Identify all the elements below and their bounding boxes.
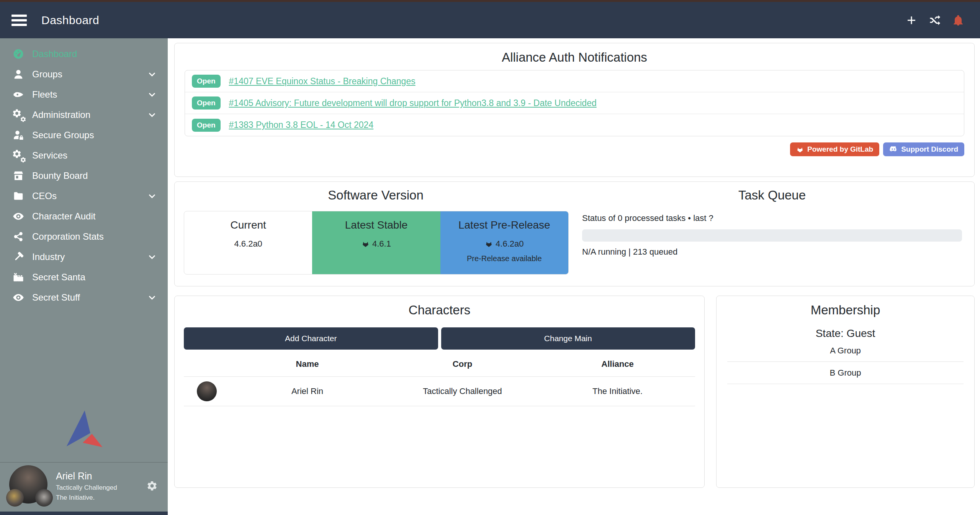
- software-version-title: Software Version: [175, 188, 577, 203]
- table-row: Ariel Rin Tactically Challenged The Init…: [184, 376, 695, 406]
- gear-icon[interactable]: [146, 480, 158, 492]
- notification-link[interactable]: #1407 EVE Equinox Status - Breaking Chan…: [229, 76, 416, 87]
- sidebar-item-character-audit[interactable]: Character Audit: [0, 206, 168, 226]
- sidebar-item-label: Administration: [32, 110, 90, 120]
- powered-by-gitlab-badge[interactable]: Powered by GitLab: [790, 142, 879, 156]
- sidebar-bottom-strip: [0, 512, 168, 515]
- sidebar-item-secret-stuff[interactable]: Secret Stuff: [0, 287, 168, 307]
- avatar: [9, 465, 47, 507]
- sidebar-item-ceos[interactable]: CEOs: [0, 186, 168, 206]
- version-boxes: Current 4.6.2a0 Latest Stable 4.6.1 Late…: [184, 211, 569, 275]
- chevron-down-icon: [147, 293, 157, 302]
- sidebar-nav: Dashboard Groups Fleets: [0, 38, 168, 307]
- shuffle-icon[interactable]: [929, 15, 941, 26]
- user-name: Ariel Rin: [56, 471, 117, 482]
- sidebar: Dashboard Groups Fleets: [0, 38, 168, 515]
- notification-row: Open #1383 Python 3.8 EOL - 14 Oct 2024: [185, 114, 964, 136]
- hamburger-icon[interactable]: [11, 15, 28, 26]
- character-avatar: [197, 381, 217, 401]
- software-version-section: Software Version Current 4.6.2a0 Latest …: [175, 188, 577, 286]
- bell-icon[interactable]: [952, 14, 964, 26]
- membership-state: State: Guest: [726, 327, 965, 340]
- chevron-down-icon: [147, 191, 157, 201]
- chevron-down-icon: [147, 110, 157, 120]
- plus-icon[interactable]: [906, 15, 917, 26]
- version-current: Current 4.6.2a0: [184, 211, 312, 274]
- characters-title: Characters: [184, 303, 695, 317]
- page-title: Dashboard: [41, 14, 99, 27]
- notifications-footer: Powered by GitLab Support Discord: [185, 142, 964, 156]
- store-icon: [11, 170, 26, 181]
- characters-card: Characters Add Character Change Main Nam…: [174, 296, 705, 488]
- gitlab-icon: [796, 146, 804, 153]
- sidebar-item-label: Services: [32, 150, 67, 161]
- version-label: Latest Pre-Release: [440, 219, 568, 231]
- notifications-title: Alliance Auth Notifications: [185, 50, 964, 65]
- sidebar-item-groups[interactable]: Groups: [0, 64, 168, 84]
- notification-row: Open #1407 EVE Equinox Status - Breaking…: [185, 70, 964, 92]
- status-badge: Open: [192, 75, 221, 88]
- sidebar-item-administration[interactable]: Administration: [0, 105, 168, 125]
- sidebar-item-fleets[interactable]: Fleets: [0, 84, 168, 105]
- task-queue-summary: N/A running | 213 queued: [582, 247, 962, 257]
- alliance-logo-badge: [35, 489, 53, 507]
- chevron-down-icon: [147, 252, 157, 262]
- notifications-list: Open #1407 EVE Equinox Status - Breaking…: [185, 70, 964, 136]
- task-queue-status: Status of 0 processed tasks • last ?: [582, 213, 962, 223]
- corp-logo-badge: [6, 489, 24, 507]
- version-latest-prerelease: Latest Pre-Release 4.6.2a0 Pre-Release a…: [440, 211, 568, 274]
- sidebar-item-label: Corporation Stats: [32, 231, 104, 242]
- software-taskqueue-card: Software Version Current 4.6.2a0 Latest …: [174, 181, 975, 286]
- share-icon: [11, 231, 26, 242]
- notifications-card: Alliance Auth Notifications Open #1407 E…: [174, 43, 975, 177]
- membership-group: B Group: [727, 362, 964, 384]
- navbar-actions: [906, 14, 969, 26]
- version-number: 4.6.1: [372, 239, 391, 249]
- gauge-icon: [11, 48, 26, 60]
- cell-character-alliance: The Initiative.: [540, 386, 695, 396]
- eye-icon: [11, 211, 26, 222]
- column-header-alliance: Alliance: [540, 359, 695, 369]
- sidebar-item-label: Secret Santa: [32, 272, 85, 283]
- task-queue-section: Task Queue Status of 0 processed tasks •…: [577, 188, 974, 286]
- notification-link[interactable]: #1383 Python 3.8 EOL - 14 Oct 2024: [229, 120, 374, 130]
- gitlab-icon: [485, 240, 493, 248]
- status-badge: Open: [192, 119, 221, 132]
- sidebar-item-dashboard[interactable]: Dashboard: [0, 44, 168, 64]
- cell-character-name: Ariel Rin: [230, 386, 385, 396]
- sidebar-item-label: Secure Groups: [32, 130, 94, 141]
- user-corp: Tactically Challenged: [56, 484, 117, 492]
- sidebar-item-label: Fleets: [32, 89, 57, 100]
- sidebar-item-label: CEOs: [32, 191, 57, 201]
- support-discord-badge[interactable]: Support Discord: [883, 142, 964, 156]
- sidebar-item-industry[interactable]: Industry: [0, 247, 168, 267]
- task-queue-title: Task Queue: [582, 188, 962, 203]
- badge-label: Powered by GitLab: [807, 145, 873, 154]
- sidebar-item-secret-santa[interactable]: Secret Santa: [0, 267, 168, 287]
- notification-link[interactable]: #1405 Advisory: Future development will …: [229, 98, 597, 108]
- sidebar-item-services[interactable]: Services: [0, 145, 168, 165]
- version-label: Latest Stable: [312, 219, 440, 231]
- membership-group: A Group: [727, 340, 964, 362]
- task-queue-progressbar: [582, 229, 962, 242]
- sidebar-item-label: Secret Stuff: [32, 292, 80, 303]
- cell-character-corp: Tactically Challenged: [385, 386, 540, 396]
- status-badge: Open: [192, 96, 221, 110]
- user-lock-icon: [11, 129, 26, 141]
- top-navbar: Dashboard: [0, 2, 980, 38]
- change-main-button[interactable]: Change Main: [441, 327, 695, 350]
- sidebar-item-bounty-board[interactable]: Bounty Board: [0, 165, 168, 186]
- gifts-icon: [11, 271, 26, 283]
- user-panel: Ariel Rin Tactically Challenged The Init…: [0, 463, 168, 512]
- discord-icon: [889, 146, 898, 153]
- hammer-icon: [11, 251, 26, 263]
- add-character-button[interactable]: Add Character: [184, 327, 438, 350]
- sidebar-item-secure-groups[interactable]: Secure Groups: [0, 125, 168, 145]
- sidebar-item-corporation-stats[interactable]: Corporation Stats: [0, 226, 168, 247]
- app-root: Dashboard Dashboard: [0, 0, 980, 515]
- table-header-row: Name Corp Alliance: [184, 352, 695, 376]
- membership-title: Membership: [726, 303, 965, 317]
- version-latest-stable: Latest Stable 4.6.1: [312, 211, 440, 274]
- column-header-corp: Corp: [385, 359, 540, 369]
- sidebar-item-label: Groups: [32, 69, 62, 80]
